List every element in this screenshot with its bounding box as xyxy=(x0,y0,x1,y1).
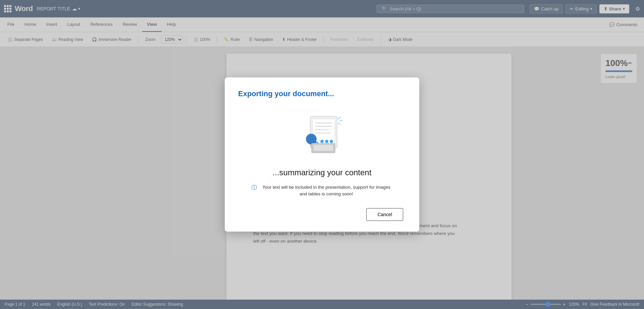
modal-info-text: Your text will be included in the presen… xyxy=(260,184,392,198)
svg-rect-12 xyxy=(314,145,333,151)
svg-line-14 xyxy=(339,120,342,121)
svg-point-8 xyxy=(320,140,324,143)
cancel-button[interactable]: Cancel xyxy=(366,208,403,221)
modal-status-text: ...summarizing your content xyxy=(273,168,372,177)
modal-title: Exporting your document... xyxy=(238,89,334,98)
svg-line-15 xyxy=(338,123,341,125)
svg-point-9 xyxy=(325,140,328,143)
modal-info: ⓘ Your text will be included in the pres… xyxy=(252,184,392,198)
info-icon: ⓘ xyxy=(252,184,257,191)
svg-line-13 xyxy=(338,117,340,119)
export-illustration xyxy=(288,106,356,160)
export-modal: Exporting your document... xyxy=(225,77,419,232)
modal-overlay: Exporting your document... xyxy=(0,0,644,309)
svg-point-10 xyxy=(330,140,333,143)
